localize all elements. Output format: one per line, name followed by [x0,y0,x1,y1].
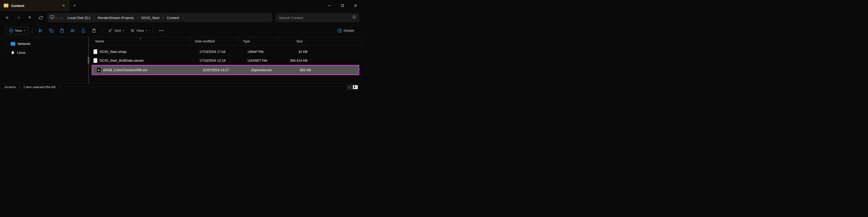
search-box[interactable] [276,13,359,22]
list-view-toggle[interactable] [347,85,352,89]
titlebar: Content ✕ + [0,0,362,11]
details-view-toggle[interactable] [353,85,358,89]
chevron-right-icon[interactable]: › [93,16,95,19]
view-label: View [136,29,144,32]
chevron-down-icon: ▾ [24,29,25,32]
chevron-down-icon: ▾ [123,29,124,32]
svg-rect-25 [338,29,341,32]
search-icon[interactable] [352,15,356,20]
svg-point-12 [39,29,40,30]
breadcrumb-item[interactable]: OCIO_Start [140,15,161,21]
close-tab-button[interactable]: ✕ [61,3,66,8]
svg-point-7 [353,16,355,18]
file-row[interactable]: OCIO_Start_BuiltData.uasset 17/10/2024 1… [89,56,362,65]
chevron-right-icon: › [5,51,8,54]
file-list-pane: Name ▴ Date modified Type Size OCIO_Star… [89,37,362,83]
file-icon [94,49,97,54]
file-name: OCIO_Start.umap [99,50,126,53]
svg-rect-19 [71,30,74,32]
column-header-name[interactable]: Name ▴ [89,37,191,45]
file-name: OCIO_Start_BuiltData.uasset [99,59,144,62]
file-row[interactable]: ▶sRGB_ColorChecker2005.exr 31/07/2024 15… [92,66,359,74]
file-size: 393,314 KB [283,59,311,62]
status-bar: 14 items | 1 item selected 854 KB | [0,83,362,91]
file-size: 855 KB [287,68,315,72]
content-area: › Network › Linux Name ▴ Date modified T… [0,37,362,83]
breadcrumb-item[interactable]: RenderStream Projects [96,15,136,21]
file-date: 31/07/2024 15:27 [199,68,247,72]
delete-button[interactable] [90,27,98,35]
separator [153,27,153,34]
chevron-right-icon[interactable]: › [55,16,57,19]
file-icon: ▶ [97,68,101,72]
status-item-count: 14 items [4,85,16,89]
share-button[interactable] [79,27,88,35]
svg-rect-17 [51,30,53,32]
new-button-label: New [15,29,22,32]
folder-icon [4,4,8,7]
chevron-right-icon[interactable]: › [137,16,138,19]
svg-line-15 [41,31,42,32]
rename-button[interactable] [68,27,77,35]
file-size: 32 KB [283,50,311,53]
paste-button[interactable] [58,27,66,35]
file-icon [94,58,97,63]
tab-title: Content [11,4,24,8]
toolbar: New ▾ Sort ▾ View ▾ ••• Details [0,24,362,37]
sidebar-item-network[interactable]: › Network [2,39,86,48]
svg-line-8 [355,18,355,19]
chevron-right-icon[interactable]: › [182,16,184,19]
new-tab-button[interactable]: + [70,3,80,8]
search-input[interactable] [279,16,352,20]
close-window-button[interactable] [349,0,362,11]
status-selection: 1 item selected 854 KB [24,85,56,89]
forward-button[interactable] [14,13,23,22]
breadcrumb-bar[interactable]: › ··· Local Disk (D:) › RenderStream Pro… [48,13,272,22]
window-controls [323,0,362,11]
column-header-type[interactable]: Type [239,37,279,45]
sort-button[interactable]: Sort ▾ [106,27,126,35]
breadcrumb-item[interactable]: Local Disk (D:) [66,15,92,21]
maximize-button[interactable] [336,0,349,11]
details-pane-button[interactable]: Details [335,27,356,35]
new-button[interactable]: New ▾ [6,27,29,34]
separator: | [19,85,20,89]
cut-button[interactable] [36,27,45,35]
this-pc-icon[interactable] [50,15,54,20]
more-button[interactable]: ••• [157,27,167,34]
sidebar-item-linux[interactable]: › Linux [2,48,86,57]
refresh-button[interactable] [36,13,45,22]
file-name: sRGB_ColorChecker2005.exr [103,68,148,72]
separator: | [59,85,60,89]
svg-rect-18 [61,29,63,30]
svg-rect-1 [342,5,344,7]
chevron-right-icon[interactable]: › [162,16,164,19]
column-header-size[interactable]: Size [279,37,307,45]
column-header-date[interactable]: Date modified [191,37,239,45]
column-headers: Name ▴ Date modified Type Size [89,37,362,45]
copy-button[interactable] [47,27,56,35]
breadcrumb-overflow[interactable]: ··· [58,15,65,21]
file-type: d3preview.exr [247,68,287,72]
svg-point-29 [12,51,13,52]
view-button[interactable]: View ▾ [128,27,149,35]
navigation-pane: › Network › Linux [0,37,88,83]
up-button[interactable] [25,13,34,22]
svg-point-13 [39,31,40,32]
minimize-button[interactable] [323,0,336,11]
chevron-right-icon: › [5,42,8,45]
navbar: › ··· Local Disk (D:) › RenderStream Pro… [0,11,362,24]
svg-point-30 [13,51,13,52]
file-row[interactable]: OCIO_Start.umap 17/10/2024 17:44 UMAP Fi… [89,47,362,56]
file-rows: OCIO_Start.umap 17/10/2024 17:44 UMAP Fi… [89,45,362,75]
active-tab[interactable]: Content ✕ [0,0,70,11]
file-type: UASSET File [244,59,283,62]
back-button[interactable] [3,13,12,22]
breadcrumb-item[interactable]: Content [165,15,181,21]
svg-rect-4 [51,15,54,18]
sidebar-item-label: Linux [17,50,26,55]
separator [102,27,102,34]
details-label: Details [343,29,354,32]
sidebar-item-label: Network [18,42,30,46]
chevron-down-icon: ▾ [146,29,147,32]
